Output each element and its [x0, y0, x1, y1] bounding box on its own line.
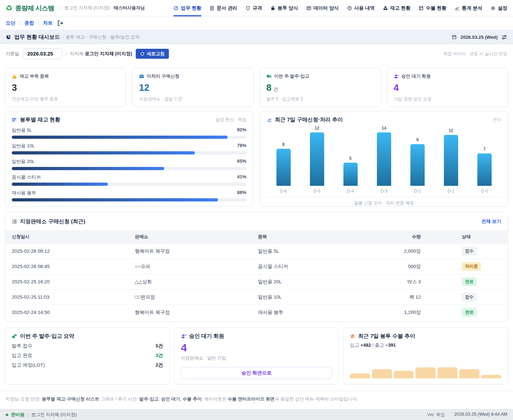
trend-bars: 8125149117: [267, 125, 502, 186]
login-user: 테스터사용자님: [114, 5, 145, 10]
trend-x-label: D-1: [434, 189, 468, 194]
nav-item-statistics[interactable]: 통계 분석: [455, 0, 482, 16]
nav-item-documents[interactable]: 문서 관리: [209, 0, 237, 16]
inventory-item-labels: 일반용 20L65%: [12, 158, 247, 165]
trend-bar-slot: 8: [267, 142, 300, 186]
sliders-icon[interactable]: [501, 34, 507, 40]
trend-title: 최근 7일 구매신청·처리 추이: [275, 116, 343, 123]
subnav-separator: |: [38, 21, 39, 26]
flow-spark-bar: [372, 369, 392, 378]
flow-separator: /: [372, 342, 374, 348]
inventory-panel: 봉투별 재고 현황 낱장 환산 · 목업 일반용 5L92%일반용 10L78%…: [5, 111, 253, 206]
subnav-link-2[interactable]: 종합: [24, 20, 34, 26]
subnav-link-3[interactable]: 차트: [43, 20, 53, 26]
column-header-1: 신청일시: [5, 230, 128, 243]
cell-store: ○○슈퍼: [128, 259, 251, 274]
login-info: 로그인 지자체 (미지정) · 테스터사용자님: [64, 5, 145, 11]
inventory-item-label: 음식물 스티커: [12, 174, 41, 180]
inventory-item-labels: 재사용 봉투88%: [12, 190, 247, 196]
inventory-title: 봉투별 재고 현황: [20, 116, 60, 123]
cell-store: △△상회: [128, 274, 251, 289]
footer-note-segment: 수불 추이: [183, 397, 202, 401]
approval-count: 4: [181, 342, 332, 353]
view-all-link[interactable]: 전체 보기: [481, 218, 501, 225]
kpi-card-subtitle: 지정판매소 · 금일 기준: [139, 96, 247, 102]
titlebar-date: 2026.03.25 (Wed): [460, 35, 498, 40]
refresh-icon: [140, 52, 145, 56]
flow-title: 최근 7일 봉투 수불 추이: [358, 333, 415, 340]
boxes-icon: [383, 6, 388, 11]
trend-bar-value: 5: [349, 156, 352, 161]
trend-bar-value: 14: [382, 126, 386, 131]
footer-note-segment: ,: [180, 397, 183, 401]
cell-status: 처리중: [427, 259, 508, 274]
cell-qty: 팩 12: [372, 289, 427, 305]
inventory-bar-fill: [12, 167, 164, 170]
flow-in-value: +482: [361, 342, 371, 348]
orders-row: 입고 완료3건: [12, 352, 163, 359]
inventory-bar-fill: [12, 183, 108, 186]
inventory-item-percent: 41%: [237, 174, 246, 180]
cell-status: 접수: [427, 243, 508, 259]
inventory-item: 일반용 5L92%: [12, 127, 247, 139]
trend-x-label: D-3: [367, 189, 401, 194]
app-title: 종량제 시스템: [15, 4, 55, 12]
nav-item-usage-history[interactable]: 사용 내역: [347, 0, 375, 16]
trend-bar-slot: 11: [434, 128, 468, 186]
inventory-item: 재사용 봉투88%: [12, 190, 247, 201]
kpi-card-subtitle: 가입·권한 승인 요청: [394, 96, 501, 102]
status-dot: [6, 414, 8, 416]
nav-item-inventory-status[interactable]: 재고 현황: [383, 0, 411, 16]
orders-row: 발주 접수5건: [12, 343, 163, 349]
approval-panel: 승인 대기 회원 4 지정판매소 · 일반 가입 승인 화면으로: [174, 327, 339, 384]
logout-icon[interactable]: [57, 20, 63, 26]
main-nav: 업무 현황문서 관리규격봉투 양식데이터 양식사용 내역재고 현황수불 현황통계…: [173, 0, 507, 16]
kpi-card-title: 미처리 구매신청: [147, 73, 179, 79]
flow-panel-header: 최근 7일 봉투 수불 추이: [350, 333, 501, 340]
cell-store: 행복마트 북구점: [128, 243, 251, 259]
subnav-link-1[interactable]: 모던: [6, 20, 15, 26]
cell-date: 2025-02-26 08:45: [5, 259, 128, 274]
nav-item-settings[interactable]: 설정: [491, 0, 507, 16]
header-divider: |: [58, 5, 60, 11]
nav-item-ledger-status[interactable]: 수불 현황: [419, 0, 446, 16]
refresh-button[interactable]: 새로고침: [136, 49, 169, 59]
kpi-card-header: 승인 대기 회원: [394, 73, 501, 79]
status-datetime: 2026.03.25 (Wed) 6:44 AM: [454, 412, 507, 418]
nav-item-bag-forms[interactable]: 봉투 양식: [270, 0, 298, 16]
table-header-row: 신청일시판매소품목수량상태: [5, 230, 508, 243]
refresh-button-label: 새로고침: [147, 51, 165, 57]
requests-title: 지정판매소 구매신청 (최근): [20, 218, 85, 225]
approval-button[interactable]: 승인 화면으로: [181, 367, 332, 379]
nav-item-data-forms[interactable]: 데이터 양식: [306, 0, 339, 16]
orders-list: 발주 접수5건입고 완료3건입고 예정(LOT)2건: [12, 340, 163, 368]
trend-bar-value: 11: [449, 128, 454, 133]
cell-qty: 박스 3: [372, 274, 427, 289]
inventory-item: 일반용 10L78%: [12, 143, 247, 154]
footer-note-segment: 봉투별 재고·구매신청 리스트: [42, 397, 99, 401]
inventory-item-labels: 음식물 스티커41%: [12, 174, 247, 180]
table-row: 2025-02-26 08:45○○슈퍼음식물 스티커500장처리중: [5, 259, 508, 274]
ledger-icon: [419, 6, 424, 11]
date-input[interactable]: 2026.03.25: [23, 48, 62, 59]
nav-item-specs[interactable]: 규격: [245, 0, 262, 16]
inventory-bar-track: [12, 136, 247, 139]
approval-panel-header: 승인 대기 회원: [181, 333, 332, 340]
nav-item-label: 데이터 양식: [314, 5, 339, 11]
kpi-card-1: 재고 부족 품목3안전재고 미만 봉투 종류: [5, 68, 126, 107]
kpi-card-header: 미처리 구매신청: [139, 73, 247, 79]
kpi-card-4: 승인 대기 회원4가입·권한 승인 요청: [387, 68, 508, 107]
inventory-bar-fill: [12, 136, 228, 139]
flow-spark-bar: [437, 367, 457, 378]
trend-bar-slot: 12: [300, 126, 334, 186]
trend-bar: [377, 132, 391, 186]
cell-item: 음식물 스티커: [252, 259, 372, 274]
trend-bar-value: 7: [483, 147, 486, 152]
kpi-card-value: 12: [139, 82, 247, 93]
kpi-card-subtitle: 안전재고 미만 봉투 종류: [12, 96, 119, 102]
mock-data-note: 목업 데이터 · 연동 시 실시간 반영: [443, 51, 507, 57]
app-logo: ♻ 종량제 시스템: [6, 4, 54, 12]
nav-item-work-status[interactable]: 업무 현황: [173, 0, 201, 16]
user-icon: [394, 74, 399, 79]
trend-caption: 일별 신청 건수 · 처리 연동 예정: [267, 197, 502, 206]
